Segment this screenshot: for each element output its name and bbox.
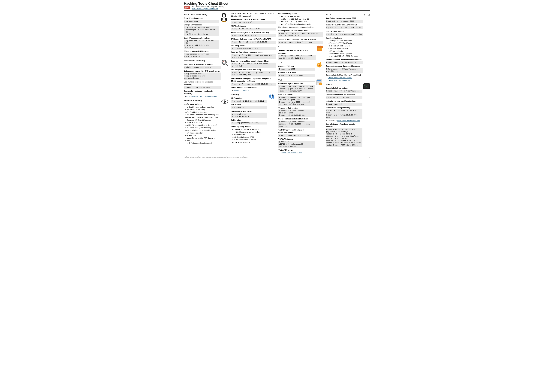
host-disc-label: Host discovery (ARP, ICMP, SYN 443, ACK … <box>231 31 276 34</box>
scan-section-content: Network Scanning Useful nmap options: -n… <box>184 98 221 145</box>
tcpdump-opt-3: -XX: Print in hex and ASCII <box>232 136 267 138</box>
tcpdump-filter-0: not arp: No ARP packets <box>280 15 323 18</box>
feroxbuster-label: Enumerate common directory-/filenames: <box>326 65 363 68</box>
more-shells-label: More shells on More shells on revshells.… <box>326 119 362 122</box>
section-http: HTTP <box>326 13 363 16</box>
tls-cert-label: Show certificate details of full chain: <box>278 118 315 120</box>
tcpdump-options-list: -i interface: Interface or any for all -… <box>231 128 267 144</box>
nmap-opt-11: -6: IPv6 scan <box>185 134 221 137</box>
eternal-blue-label: Scan for EternalBlue vulnerable hosts: <box>231 51 276 54</box>
tshark-label: Use tshark or Wireshark for advanced sni… <box>278 26 323 28</box>
logo-area: COMPASS SECURITY v2.0, September 2023, C… <box>184 6 231 9</box>
shells-section-content: Shells Start bind shell (on victim): $ n… <box>326 82 362 147</box>
section-networking: Basic Linux Networking <box>184 13 219 16</box>
ip-section-content: IP Test IP forwarding for a specific MAC… <box>278 44 316 60</box>
goshs-code: $ goshs -s -ss -p 2305 -b user:hunter2 <box>326 26 363 29</box>
subfinder-label: Use multiple sources for hostname discov… <box>184 81 221 86</box>
svg-point-23 <box>225 101 225 102</box>
svg-point-48 <box>369 15 370 17</box>
tls-proxy-code: $ socat TCP-LISTEN:2305,fork,reuseaddr s… <box>278 141 315 148</box>
upgrade-label: Upgrade to more functional pseudo termin… <box>326 123 362 128</box>
svg-text:✓: ✓ <box>320 83 321 85</box>
svg-point-17 <box>222 61 226 64</box>
info-section-row: Information Gathering Find owner of doma… <box>184 58 228 98</box>
svg-point-33 <box>318 65 319 65</box>
tls-connect-label: Connect to TLS service: <box>278 107 315 109</box>
tcp-connect-code: $ ncat -v 10.5.23.42 2305 <box>278 74 315 77</box>
ip-forward-code: # nping -e eth0 --tcp -p 443 --dest-mac … <box>278 55 316 60</box>
tcpdump-opt-1: -n: Disable name and port resolution <box>232 131 267 133</box>
dns-zone-label: Get nameservers and try DNS zone transfe… <box>184 70 221 72</box>
curl-opt-4: -L: Follow redirects <box>327 50 363 52</box>
column-1: Basic Linux Networking Show IP configura… <box>184 12 230 154</box>
page: Hacking Tools Cheat Sheet COMPASS SECURI… <box>184 2 370 158</box>
header: Hacking Tools Cheat Sheet COMPASS SECURI… <box>184 2 370 11</box>
tcpdump-opt-2: -A: Print in ASCII <box>232 133 267 136</box>
tls-test-code: $ sslyze compass-security.com:443 <box>278 134 315 137</box>
svg-marker-30 <box>320 62 321 64</box>
curl-opt-3: -I: Perform HEAD request <box>327 47 363 50</box>
perf-code: # nmap -n -Pn --min-rate 20000 10.5.23.0… <box>231 83 276 86</box>
svg-point-11 <box>223 16 225 16</box>
tcpdump-filter-1: port ftp or port 23: Only port 21 or 23 <box>280 18 323 20</box>
arp-spoof-label: ARP spoofing: <box>231 97 267 99</box>
show-ip-code: $ ip addr show <box>184 20 219 23</box>
nmap-opt-3: -sn: Disable port scan (host discovery o… <box>185 114 221 116</box>
python-label: Start Python webserver on port 2305: <box>326 17 363 20</box>
subfinder-code: $ subfinder -d csnc.ch -all <box>184 86 221 89</box>
reverse-start-label: Start reverse shell (on victim): <box>326 106 362 109</box>
tcpdump-opt-4: -w file: Write output PCAP file <box>232 139 267 141</box>
magnify-icon <box>221 59 228 67</box>
curl-code: $ curl http://10.5.23.42:2305/?foo=bar <box>326 33 363 36</box>
arp-spoof-code: # arpspoof -t 10.5.23.42 10.5.23.1 <box>231 100 267 103</box>
tcpdump-opt-0: -i interface: Interface or any for all <box>232 128 267 131</box>
shark-icon <box>268 93 276 100</box>
nmap-opt-6: -iL file: Host input file <box>185 121 221 124</box>
rdns-label: Reverse DNS lookup of IP address range: <box>231 18 276 21</box>
svg-point-15 <box>224 21 226 22</box>
svg-text:SECURITY: SECURITY <box>184 8 187 9</box>
wordlists-item-1: GitHub fuzzdb-project/fuzzdb <box>327 79 363 82</box>
nmap-opt-7: -oA file: Write output files (3 file for… <box>185 124 221 126</box>
tcpdump-opt-5: -r file: Read PCAP file <box>232 141 267 144</box>
eternal-blue-code: # nmap -n -Pn -p 443 --script smb-vuln-m… <box>231 54 276 59</box>
networking-section-content: Basic Linux Networking Show IP configura… <box>184 12 219 58</box>
ip-section-row: IP Test IP forwarding for a specific MAC… <box>278 44 323 60</box>
tcp-listen-label: Listen on TCP port: <box>278 65 315 68</box>
ssh-sniff-label: Sniffing over SSH on a remote host: <box>278 29 323 32</box>
section-info: Information Gathering <box>184 59 221 62</box>
public-item-0: shodan.io, censys.io <box>232 89 276 92</box>
static-ip-label: Static IP address configuration: <box>184 37 219 39</box>
curl-opt-5: -o foobar.html: Write output file <box>327 52 363 55</box>
svg-point-9 <box>223 14 223 15</box>
ssh-sniff-code: $ ssh 10.5.23.42 sudo tcpdump -w- port n… <box>278 32 323 37</box>
sniff-label: Sniff traffic: <box>231 119 267 121</box>
tls-test-label: Test TLS server certificate and protocol… <box>278 129 315 134</box>
sniffing-section-row: Sniffing ARP spoofing: # arpspoof -t 10.… <box>231 92 276 144</box>
wordlists-item-0: GitHub danielmiessler/SecLists <box>327 77 363 79</box>
nmap-opt-12: --open: Do not wait for RST (improves sp… <box>185 137 221 142</box>
svg-point-19 <box>223 61 224 62</box>
bind-connect-label: Connect to bind shell (on attacker): <box>326 93 362 96</box>
column-3: Useful tcpdump filters: not arp: No ARP … <box>277 12 324 154</box>
svg-text:COMPASS: COMPASS <box>184 7 189 8</box>
nmap-opt-10: -sV: Version detection <box>185 132 221 134</box>
syn-code: # nmap -Pn -n -sS -p 22,80 10.5.23.42 <box>231 41 276 44</box>
nikto-code: # nikto -host https://example.net <box>326 61 363 64</box>
tcpdump-filters-label: Useful tcpdump filters: <box>278 12 323 15</box>
self-signed-code: # openssl req -x509 -newkey rsa:2048 -ke… <box>278 85 315 93</box>
curl-options-label: Useful curl options: <box>326 37 363 39</box>
section-tcp: TCP <box>278 61 315 64</box>
goshs-label: Start webserver for data up/download: <box>326 24 363 26</box>
bind-shell-label: Start bind shell (on victim): <box>326 87 362 89</box>
vuln-label: Scan for vulnerabilities (script categor… <box>231 60 276 63</box>
tls-server-label: Start TLS Server: <box>278 93 315 96</box>
tls-proxy-label: TCP to TLS proxy: <box>278 138 315 140</box>
nmap-opt-2: -Pn: Disable host discovery <box>185 111 221 113</box>
svg-point-28 <box>317 63 322 68</box>
tux-icon <box>220 12 228 23</box>
info-section-content: Information Gathering Find owner of doma… <box>184 58 221 98</box>
cidr-label: Specify target via CIDR 10.5.23.0/24, ra… <box>231 12 276 17</box>
networking-section-row: Basic Linux Networking Show IP configura… <box>184 12 228 58</box>
dns-code: $ dig compass-security.com $ dig -x 10.5… <box>184 53 219 58</box>
